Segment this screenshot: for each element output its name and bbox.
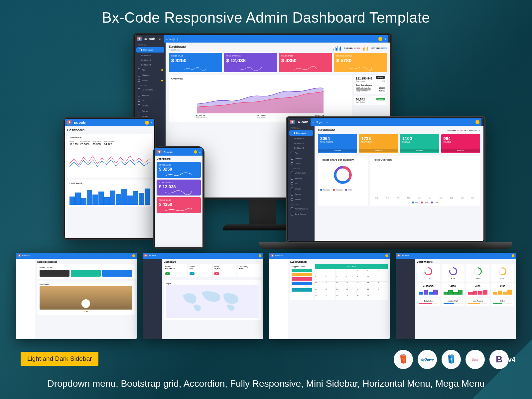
overview-chart xyxy=(171,82,349,113)
last-week-title: Last Week xyxy=(69,182,150,185)
menu-toggle-icon[interactable]: ≡ xyxy=(158,38,162,40)
avatar[interactable] xyxy=(378,37,382,41)
bar-title: Ticket Overview xyxy=(372,158,478,161)
tickets-pending[interactable]: 964PendingMore Info xyxy=(441,134,480,153)
stat-card-unique-earnings[interactable]: UNIQUE EARNINGS $ 5780 xyxy=(334,53,387,72)
app-name: Bx-code xyxy=(144,37,156,41)
home-icon[interactable]: ⌂ xyxy=(313,121,314,123)
svg-text:3: 3 xyxy=(450,357,452,361)
tickets-responded[interactable]: 1738RespondedMore Info xyxy=(359,134,398,153)
app-icon xyxy=(138,68,140,71)
laptop-page-heading: Dashboard xyxy=(318,128,335,132)
charts-icon xyxy=(138,104,140,107)
phone-stat-2[interactable]: TOTAL EARNINGS $ 12,038 xyxy=(157,180,201,196)
settings-icon[interactable]: ⚙ xyxy=(384,38,386,40)
sidebar-item-charts[interactable]: Charts xyxy=(135,103,166,108)
thumb-statistics[interactable]: ✱Bx-code Statistics widgets Minimal User… xyxy=(16,253,137,339)
phone-topbar: ✱ Bx-code ≡ xyxy=(155,148,202,156)
svg-text:HTML: HTML xyxy=(401,354,406,355)
widgets-icon xyxy=(138,94,140,96)
page-heading: Dashboard xyxy=(169,45,186,49)
sidebar-item-dashboard1[interactable]: Dashboard 1 xyxy=(135,53,166,58)
pie-legend: Technical Accounts Other xyxy=(320,189,365,191)
css3-badge: CSS3 xyxy=(442,350,461,369)
breadcrumb: > Dashboard xyxy=(169,49,186,51)
thumb-dashboard[interactable]: ✱Bx-code Dashboard Income$25,180.00▲ Ord… xyxy=(143,253,263,339)
sidebar-item-pages[interactable]: Pages xyxy=(135,78,166,83)
header-mini-bars xyxy=(333,46,341,51)
light-sidebar xyxy=(16,259,35,339)
search-icon[interactable]: ⌕ xyxy=(180,38,181,40)
calendar-grid[interactable]: 1234567891011121314151617181920212223242… xyxy=(315,269,388,300)
tech-badges: HTML5 ⟐jQuery CSS3 Sass Bv4 xyxy=(394,350,509,369)
goal-2[interactable]: Complete Purchase xyxy=(356,90,370,92)
monthly-badge: Monthly xyxy=(376,76,385,79)
avatar[interactable] xyxy=(145,121,149,125)
forms-icon xyxy=(138,110,140,112)
sass-badge: Sass xyxy=(466,350,485,369)
logo-icon: ✱ xyxy=(290,120,295,124)
tablet-page-title: Dashboard xyxy=(67,128,152,132)
sidebar-item-dashboard[interactable]: Dashboard xyxy=(136,47,164,53)
stat-card-total-earnings[interactable]: TOTAL EARNINGS $ 12,038 xyxy=(224,53,277,72)
avatar[interactable] xyxy=(475,120,479,124)
last-week-value: $22,754 xyxy=(381,47,387,49)
home-icon[interactable]: ⌂ xyxy=(166,38,168,40)
page-title: Bx-Code Responsive Admin Dashboard Templ… xyxy=(0,9,532,26)
sidebar-item-dashboard[interactable]: Dashboard xyxy=(289,130,313,136)
sidebar-item-ui[interactable]: UI Elements xyxy=(135,87,166,92)
menu-icon[interactable]: ≡ xyxy=(151,122,152,124)
stat-card-gross-sales[interactable]: GROSS SALES $ 3250 xyxy=(169,53,222,72)
annual-badge: Annual xyxy=(376,98,385,100)
stat-cards-row: GROSS SALES $ 3250 TOTAL EARNINGS $ 12,0… xyxy=(169,53,387,72)
corner-accent xyxy=(472,339,532,399)
this-week-value: $12,125 xyxy=(354,47,360,49)
tablet-topbar: ✱ Bx-code ≡ xyxy=(65,119,154,126)
dashboard-icon xyxy=(139,49,142,51)
header-mini-bars-2 xyxy=(363,46,368,51)
app-topbar: ✱ Bx-code ≡ ⌂ Mega | ⌕ ⚙ xyxy=(135,35,390,43)
sidebar-section-component: COMPONENT xyxy=(135,83,166,87)
mail-icon xyxy=(138,74,140,76)
sidebar-item-dashboard3[interactable]: Dashboard 3 xyxy=(135,63,166,67)
laptop-topbar: ✱ Bx-code ⌂ Mega| ⌕ xyxy=(288,118,483,126)
features-line: Dropdown menu, Bootstrap grid, Accordion… xyxy=(0,378,532,389)
box-icon xyxy=(138,99,140,102)
svg-text:CSS: CSS xyxy=(450,354,453,355)
sidebar-item-mailbox[interactable]: Mailbox xyxy=(135,72,166,78)
thumb-widgets[interactable]: ✱Bx-code Chart Widgets 71% 82% 45% 55% 4… xyxy=(396,253,516,339)
tickets-total[interactable]: 2064Total TicketsMore Info xyxy=(318,134,357,153)
tickets-resolve[interactable]: 1100ResolveMore Info xyxy=(400,134,439,153)
pie-title: Tickets share per category xyxy=(320,158,365,161)
sidebar-item-dashboard2[interactable]: Dashboard 2 xyxy=(135,58,166,63)
phone-page-title: Dashboard xyxy=(157,157,201,160)
logo-icon: ✱ xyxy=(157,150,162,154)
sidebar-item-box[interactable]: Box xyxy=(135,98,166,103)
last-week-chart xyxy=(69,187,150,205)
stat-card-online-sales[interactable]: ONLINE SALES $ 4350 xyxy=(279,53,332,72)
goal-title: Goal Completion xyxy=(356,84,385,86)
sidebar-feature-pill: Light and Dark Sidebar xyxy=(21,352,98,366)
sidebar-item-app[interactable]: App xyxy=(135,67,166,72)
mega-menu[interactable]: Mega xyxy=(170,38,176,40)
logo-icon: ✱ xyxy=(137,37,142,41)
thumb-calendar[interactable]: ✱Bx-code Event Calendar Draggable Events… xyxy=(269,253,390,339)
tickets-pie-chart xyxy=(331,163,355,187)
html5-badge: HTML5 xyxy=(394,350,413,369)
sidebar-item-forms[interactable]: Forms xyxy=(135,108,166,114)
overview-title: Overview xyxy=(171,77,349,80)
search-icon[interactable]: ⌕ xyxy=(326,121,328,123)
avatar[interactable] xyxy=(194,150,197,154)
audience-chart xyxy=(69,147,150,175)
mega-menu[interactable]: Mega xyxy=(316,121,322,123)
goal-1[interactable]: Add Products to Bag xyxy=(356,87,371,89)
phone-stat-3[interactable]: ONLINE SALES $ 4350 xyxy=(157,197,201,213)
device-tablet: ✱ Bx-code ≡ Dashboard Audience Users11,1… xyxy=(63,117,156,240)
sidebar-item-widgets[interactable]: Widgets xyxy=(135,92,166,98)
logo-icon: ✱ xyxy=(67,120,72,125)
world-map xyxy=(166,285,259,318)
ui-icon xyxy=(138,88,140,91)
menu-icon[interactable]: ≡ xyxy=(199,151,200,153)
this-week-label: THIS WEEK xyxy=(344,47,353,49)
phone-stat-1[interactable]: GROSS SALES $ 3250 xyxy=(157,162,201,178)
